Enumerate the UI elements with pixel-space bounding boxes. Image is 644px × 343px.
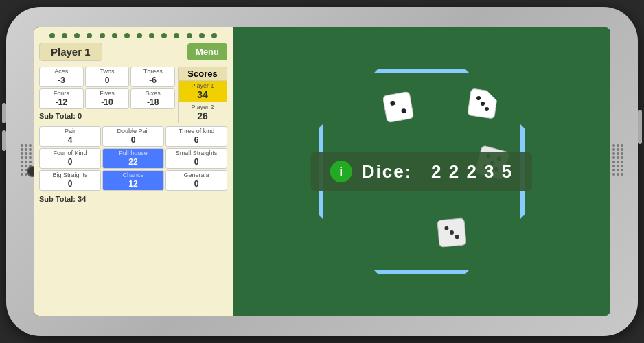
notebook-holes [39, 33, 227, 38]
upper-row2: Fours -12 Fives -10 Sixes -18 [39, 88, 175, 109]
three-of-kind-cell[interactable]: Three of kind 6 [165, 126, 227, 147]
game-screen: Player 1 Menu Aces -3 Twos 0 [34, 27, 610, 316]
big-straights-cell[interactable]: Big Straights 0 [39, 170, 101, 191]
double-pair-cell[interactable]: Double Pair 0 [102, 126, 164, 147]
svg-point-1 [401, 108, 406, 114]
aces-cell[interactable]: Aces -3 [39, 67, 84, 87]
svg-point-3 [481, 102, 485, 106]
fours-cell[interactable]: Fours -12 [39, 88, 84, 109]
lower-sub-total: Sub Total: 34 [39, 193, 227, 204]
die-2 [467, 88, 498, 119]
svg-point-12 [455, 235, 459, 239]
pair-cell[interactable]: Pair 4 [39, 126, 101, 147]
four-of-kind-cell[interactable]: Four of Kind 0 [39, 148, 101, 169]
chance-cell[interactable]: Chance 12 [102, 170, 164, 191]
menu-button[interactable]: Menu [187, 43, 227, 60]
generala-cell[interactable]: Generala 0 [165, 170, 227, 191]
scores-panel: Scores Player 1 34 Player 2 26 [178, 67, 227, 123]
lower-row2: Four of Kind 0 Full house 22 Small Strai… [39, 148, 227, 169]
dice-overlay: i Dice: 2 2 2 3 5 [311, 152, 532, 191]
fives-cell[interactable]: Fives -10 [85, 88, 130, 109]
scorecard-panel: Player 1 Menu Aces -3 Twos 0 [34, 27, 233, 316]
die-1 [382, 91, 414, 123]
svg-point-10 [444, 226, 449, 230]
speaker-right [610, 144, 625, 199]
player-header: Player 1 Menu [39, 43, 227, 61]
svg-point-2 [476, 96, 481, 101]
player-name: Player 1 [39, 43, 102, 61]
upper-row1: Aces -3 Twos 0 Threes -6 [39, 67, 175, 87]
threes-cell[interactable]: Threes -6 [130, 67, 175, 87]
small-straights-cell[interactable]: Small Straights 0 [165, 148, 227, 169]
scores-title: Scores [178, 67, 227, 81]
player2-score-row[interactable]: Player 2 26 [178, 102, 227, 123]
full-house-cell[interactable]: Full house 22 [102, 148, 164, 169]
volume-down-button[interactable] [2, 130, 6, 151]
volume-up-button[interactable] [2, 103, 6, 123]
upper-sub-total: Sub Total: 0 [39, 110, 175, 121]
twos-cell[interactable]: Twos 0 [85, 67, 130, 87]
sixes-cell[interactable]: Sixes -18 [130, 88, 175, 109]
phone-shell: ⌄ Player 1 Menu [6, 7, 638, 336]
dice-text: Dice: 2 2 2 3 5 [362, 161, 513, 182]
svg-point-11 [450, 230, 455, 235]
die-4 [437, 217, 466, 247]
game-area: i Dice: 2 2 2 3 5 [233, 27, 610, 316]
info-icon: i [330, 161, 352, 182]
svg-point-4 [485, 107, 490, 112]
lower-row1: Pair 4 Double Pair 0 Three of kind 6 [39, 126, 227, 147]
svg-point-0 [390, 100, 395, 106]
player1-score-row[interactable]: Player 1 34 [178, 81, 227, 102]
lower-row3: Big Straights 0 Chance 12 Generala 0 [39, 170, 227, 191]
power-button[interactable] [638, 110, 642, 144]
